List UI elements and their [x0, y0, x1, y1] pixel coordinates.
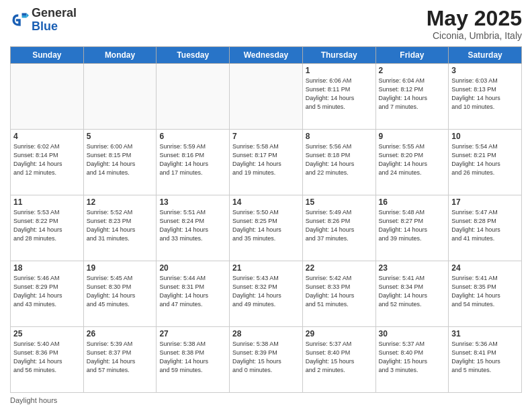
cell-content: Sunrise: 6:03 AM Sunset: 8:13 PM Dayligh…	[451, 77, 519, 111]
calendar-week-3: 11Sunrise: 5:53 AM Sunset: 8:22 PM Dayli…	[11, 195, 522, 261]
calendar-cell: 19Sunrise: 5:45 AM Sunset: 8:30 PM Dayli…	[83, 261, 157, 327]
cell-content: Sunrise: 5:59 AM Sunset: 8:16 PM Dayligh…	[159, 142, 226, 177]
calendar-cell: 4Sunrise: 6:02 AM Sunset: 8:14 PM Daylig…	[11, 130, 84, 195]
cell-content: Sunrise: 5:38 AM Sunset: 8:39 PM Dayligh…	[232, 340, 300, 375]
cell-content: Sunrise: 5:46 AM Sunset: 8:29 PM Dayligh…	[13, 274, 81, 309]
calendar-cell: 28Sunrise: 5:38 AM Sunset: 8:39 PM Dayli…	[230, 327, 303, 393]
month-title: May 2025	[427, 7, 522, 30]
day-number: 29	[306, 329, 373, 338]
calendar-cell: 8Sunrise: 5:56 AM Sunset: 8:18 PM Daylig…	[302, 130, 375, 195]
calendar-cell: 10Sunrise: 5:54 AM Sunset: 8:21 PM Dayli…	[449, 130, 522, 195]
calendar-cell: 15Sunrise: 5:49 AM Sunset: 8:26 PM Dayli…	[302, 195, 375, 261]
logo-icon	[10, 11, 29, 30]
calendar-cell: 5Sunrise: 6:00 AM Sunset: 8:15 PM Daylig…	[83, 130, 157, 195]
day-number: 6	[159, 132, 226, 141]
calendar-week-4: 18Sunrise: 5:46 AM Sunset: 8:29 PM Dayli…	[11, 261, 522, 327]
calendar-cell: 2Sunrise: 6:04 AM Sunset: 8:12 PM Daylig…	[375, 64, 449, 130]
calendar-cell	[83, 64, 157, 130]
day-number: 22	[306, 263, 373, 273]
logo-blue-text: Blue	[32, 19, 58, 33]
cell-content: Sunrise: 6:00 AM Sunset: 8:15 PM Dayligh…	[87, 142, 154, 177]
cell-content: Sunrise: 5:45 AM Sunset: 8:30 PM Dayligh…	[87, 274, 154, 309]
day-number: 19	[87, 263, 154, 273]
calendar-cell: 18Sunrise: 5:46 AM Sunset: 8:29 PM Dayli…	[11, 261, 84, 327]
cell-content: Sunrise: 5:39 AM Sunset: 8:37 PM Dayligh…	[87, 340, 154, 375]
day-number: 28	[232, 329, 300, 338]
calendar-week-1: 1Sunrise: 6:06 AM Sunset: 8:11 PM Daylig…	[11, 64, 522, 130]
cell-content: Sunrise: 5:41 AM Sunset: 8:35 PM Dayligh…	[451, 274, 519, 309]
day-header-sunday: Sunday	[11, 47, 84, 64]
logo: General Blue	[10, 7, 77, 34]
cell-content: Sunrise: 5:55 AM Sunset: 8:20 PM Dayligh…	[379, 142, 446, 177]
calendar-cell	[230, 64, 303, 130]
day-number: 11	[13, 197, 81, 207]
calendar-cell: 12Sunrise: 5:52 AM Sunset: 8:23 PM Dayli…	[83, 195, 157, 261]
location: Ciconia, Umbria, Italy	[427, 30, 522, 41]
cell-content: Sunrise: 5:58 AM Sunset: 8:17 PM Dayligh…	[232, 142, 300, 177]
cell-content: Sunrise: 5:56 AM Sunset: 8:18 PM Dayligh…	[306, 142, 373, 177]
day-number: 9	[379, 132, 446, 141]
calendar-cell: 20Sunrise: 5:44 AM Sunset: 8:31 PM Dayli…	[157, 261, 230, 327]
calendar-cell	[157, 64, 230, 130]
day-header-tuesday: Tuesday	[157, 47, 230, 64]
calendar-cell: 29Sunrise: 5:37 AM Sunset: 8:40 PM Dayli…	[302, 327, 375, 393]
cell-content: Sunrise: 5:44 AM Sunset: 8:31 PM Dayligh…	[159, 274, 226, 309]
day-number: 7	[232, 132, 300, 141]
calendar-cell: 26Sunrise: 5:39 AM Sunset: 8:37 PM Dayli…	[83, 327, 157, 393]
title-block: May 2025 Ciconia, Umbria, Italy	[427, 7, 522, 41]
calendar-week-2: 4Sunrise: 6:02 AM Sunset: 8:14 PM Daylig…	[11, 130, 522, 195]
calendar-cell: 22Sunrise: 5:42 AM Sunset: 8:33 PM Dayli…	[302, 261, 375, 327]
cell-content: Sunrise: 5:49 AM Sunset: 8:26 PM Dayligh…	[306, 208, 373, 243]
header: General Blue May 2025 Ciconia, Umbria, I…	[10, 7, 522, 41]
page: General Blue May 2025 Ciconia, Umbria, I…	[0, 0, 532, 411]
cell-content: Sunrise: 6:04 AM Sunset: 8:12 PM Dayligh…	[379, 77, 446, 111]
day-number: 2	[379, 66, 446, 75]
calendar-cell: 25Sunrise: 5:40 AM Sunset: 8:36 PM Dayli…	[11, 327, 84, 393]
day-number: 21	[232, 263, 300, 273]
logo-general: General	[32, 6, 77, 19]
daylight-label: Daylight hours	[10, 396, 57, 404]
calendar-cell: 11Sunrise: 5:53 AM Sunset: 8:22 PM Dayli…	[11, 195, 84, 261]
day-number: 25	[13, 329, 81, 338]
day-number: 23	[379, 263, 446, 273]
day-number: 30	[379, 329, 446, 338]
day-number: 24	[451, 263, 519, 273]
cell-content: Sunrise: 5:43 AM Sunset: 8:32 PM Dayligh…	[232, 274, 300, 309]
cell-content: Sunrise: 6:06 AM Sunset: 8:11 PM Dayligh…	[306, 77, 373, 111]
logo-text: General Blue	[32, 7, 77, 34]
cell-content: Sunrise: 5:52 AM Sunset: 8:23 PM Dayligh…	[87, 208, 154, 243]
day-number: 5	[87, 132, 154, 141]
calendar-cell: 3Sunrise: 6:03 AM Sunset: 8:13 PM Daylig…	[449, 64, 522, 130]
day-number: 4	[13, 132, 81, 141]
footer: Daylight hours	[10, 396, 522, 404]
calendar-table: SundayMondayTuesdayWednesdayThursdayFrid…	[10, 46, 522, 393]
calendar-cell: 7Sunrise: 5:58 AM Sunset: 8:17 PM Daylig…	[230, 130, 303, 195]
cell-content: Sunrise: 5:42 AM Sunset: 8:33 PM Dayligh…	[306, 274, 373, 309]
day-number: 14	[232, 197, 300, 207]
calendar-cell: 21Sunrise: 5:43 AM Sunset: 8:32 PM Dayli…	[230, 261, 303, 327]
day-number: 12	[87, 197, 154, 207]
cell-content: Sunrise: 5:37 AM Sunset: 8:40 PM Dayligh…	[306, 340, 373, 375]
day-number: 16	[379, 197, 446, 207]
day-number: 15	[306, 197, 373, 207]
calendar-cell	[11, 64, 84, 130]
calendar-cell: 27Sunrise: 5:38 AM Sunset: 8:38 PM Dayli…	[157, 327, 230, 393]
day-number: 1	[306, 66, 373, 75]
cell-content: Sunrise: 5:41 AM Sunset: 8:34 PM Dayligh…	[379, 274, 446, 309]
calendar-cell: 24Sunrise: 5:41 AM Sunset: 8:35 PM Dayli…	[449, 261, 522, 327]
day-number: 17	[451, 197, 519, 207]
calendar-cell: 16Sunrise: 5:48 AM Sunset: 8:27 PM Dayli…	[375, 195, 449, 261]
day-number: 26	[87, 329, 154, 338]
day-number: 27	[159, 329, 226, 338]
day-number: 31	[451, 329, 519, 338]
calendar-cell: 30Sunrise: 5:37 AM Sunset: 8:40 PM Dayli…	[375, 327, 449, 393]
cell-content: Sunrise: 5:40 AM Sunset: 8:36 PM Dayligh…	[13, 340, 81, 375]
calendar-header-row: SundayMondayTuesdayWednesdayThursdayFrid…	[11, 47, 522, 64]
day-number: 13	[159, 197, 226, 207]
day-header-wednesday: Wednesday	[230, 47, 303, 64]
day-header-thursday: Thursday	[302, 47, 375, 64]
day-number: 10	[451, 132, 519, 141]
day-number: 3	[451, 66, 519, 75]
cell-content: Sunrise: 5:47 AM Sunset: 8:28 PM Dayligh…	[451, 208, 519, 243]
cell-content: Sunrise: 5:38 AM Sunset: 8:38 PM Dayligh…	[159, 340, 226, 375]
